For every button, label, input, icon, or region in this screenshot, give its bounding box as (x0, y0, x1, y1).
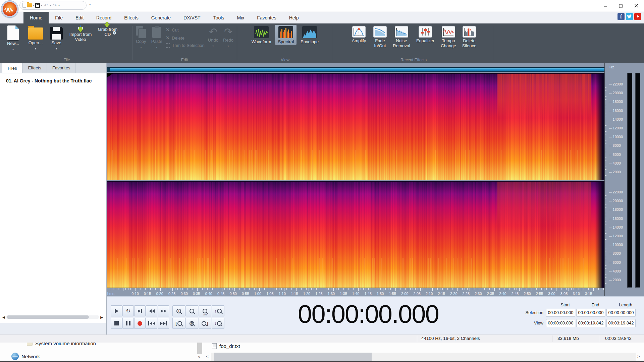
grab-from-cd-button[interactable]: Grab from CD (96, 25, 119, 37)
scroll-right-arrow-icon[interactable]: ▶ (99, 315, 104, 319)
quick-undo-icon[interactable]: ↶ (43, 3, 49, 8)
menu-tab-tools[interactable]: Tools (207, 12, 231, 23)
spectrogram-channel-left[interactable] (107, 73, 604, 180)
menu-tab-edit[interactable]: Edit (69, 12, 90, 23)
quick-undo-dropdown[interactable]: ▾ (50, 4, 51, 7)
trim-to-selection-button[interactable]: Trim to Selection (166, 43, 205, 48)
app-logo-icon[interactable] (1, 1, 18, 17)
view-start-field[interactable]: 00:00:00.000 (546, 319, 575, 327)
quick-redo-dropdown[interactable]: ▾ (58, 4, 60, 7)
quick-save-icon[interactable] (35, 3, 40, 8)
chevron-down-icon[interactable]: ˅ (198, 355, 201, 360)
menu-tab-favorites[interactable]: Favorites (251, 12, 283, 23)
menu-tab-dxvst[interactable]: DX/VST (177, 12, 207, 23)
play-button[interactable] (111, 305, 122, 316)
zoom-100-button[interactable]: 100 (199, 305, 211, 316)
chevron-left-icon[interactable]: < (206, 354, 209, 359)
undo-button[interactable]: ↶ Undo ▾ (207, 23, 220, 50)
menu-tab-file[interactable]: File (49, 12, 69, 23)
quick-new-icon[interactable] (22, 3, 26, 8)
zoom-in-button[interactable]: + (172, 305, 185, 316)
noise-removal-button[interactable]: Noise Removal (391, 26, 412, 48)
tree-item-network[interactable]: Network (11, 353, 40, 360)
new-dropdown-arrow[interactable]: ▾ (12, 47, 14, 52)
panel-tab-effects[interactable]: Effects (22, 63, 47, 73)
menu-tab-mix[interactable]: Mix (230, 12, 251, 23)
spectral-view-button[interactable]: Spectral (275, 25, 297, 45)
save-dropdown-arrow[interactable]: ▾ (56, 46, 57, 51)
file-list[interactable]: 01. Al Grey - Nothing but the Truth.flac… (0, 73, 106, 323)
menu-tab-home[interactable]: Home (23, 12, 49, 23)
minimize-button[interactable] (598, 0, 613, 11)
delete-silence-button[interactable]: Delete Silence (461, 26, 478, 48)
maximize-button[interactable] (613, 0, 629, 11)
zoom-vertical-out-button[interactable]: ↕ (212, 318, 224, 329)
go-to-end-button[interactable] (158, 318, 169, 329)
time-ruler[interactable]: hms 0:100:150:200:250:300:350:400:450:50… (107, 288, 604, 296)
customize-toolbar-icon[interactable]: ▾ (89, 3, 91, 6)
selection-length-field[interactable]: 00:00:00.000 (606, 309, 636, 317)
panel-tab-favorites[interactable]: Favorites (47, 63, 76, 73)
tree-item-system-volume[interactable]: System volume information (27, 343, 96, 346)
save-button[interactable]: Save ▾ (48, 25, 65, 51)
zoom-vertical-button[interactable]: ↕ (212, 305, 224, 316)
facebook-icon[interactable]: f (618, 13, 625, 20)
amplify-button[interactable]: Amplify (349, 26, 369, 48)
scroll-left-arrow-icon[interactable]: ◀ (1, 315, 6, 319)
delete-button[interactable]: ✕Delete (166, 35, 205, 41)
rewind-button[interactable] (146, 305, 157, 316)
quick-save-dropdown[interactable]: ▾ (41, 4, 42, 7)
file-list-item[interactable]: 01. Al Grey - Nothing but the Truth.flac (0, 73, 106, 83)
scrollbar-thumb[interactable] (7, 315, 89, 319)
record-button[interactable] (134, 318, 146, 329)
stop-button[interactable] (111, 318, 122, 329)
chevron-right-icon[interactable]: > (637, 354, 640, 359)
scrollbar-handle[interactable] (107, 68, 110, 71)
play-to-end-button[interactable] (134, 305, 146, 316)
zoom-out-button[interactable]: − (185, 305, 198, 316)
mini-vertical-scrollbar[interactable] (197, 343, 202, 354)
quick-redo-icon[interactable]: ↷ (52, 3, 57, 8)
twitter-icon[interactable] (626, 13, 633, 20)
pause-button[interactable] (122, 318, 134, 329)
zoom-selection-start-button[interactable]: [ (172, 318, 185, 329)
menu-tab-record[interactable]: Record (90, 12, 118, 23)
scrollbar-thumb[interactable] (214, 353, 372, 361)
horizontal-zoom-scrollbar[interactable] (107, 67, 604, 72)
menu-tab-effects[interactable]: Effects (118, 12, 145, 23)
zoom-selection-button[interactable]: ⊕ (185, 318, 198, 329)
copy-button[interactable]: Copy ▾ (134, 23, 148, 50)
file-list-horizontal-scrollbar[interactable]: ◀ ▶ (1, 314, 104, 320)
menu-tab-generate[interactable]: Generate (145, 12, 177, 23)
open-dropdown-arrow[interactable]: ▾ (35, 46, 36, 51)
quick-open-icon[interactable] (27, 3, 32, 7)
play-cursor-marker[interactable] (107, 73, 113, 78)
selection-end-field[interactable]: 00:00:00.000 (576, 309, 605, 317)
cut-button[interactable]: ✕Cut (166, 27, 205, 33)
spectrogram-channel-right[interactable] (107, 181, 604, 288)
file-item-foo-dr[interactable]: foo_dr.txt (212, 343, 240, 349)
equalizer-button[interactable]: Equalizer (414, 26, 436, 48)
zoom-selection-end-button[interactable]: ] (199, 318, 211, 329)
fade-in-out-button[interactable]: Fade In/Out (371, 26, 389, 48)
paste-button[interactable]: Paste ▾ (150, 23, 164, 50)
go-to-start-button[interactable] (146, 318, 157, 329)
tempo-change-button[interactable]: Tempo Change (439, 26, 458, 48)
open-button[interactable]: Open... ▾ (25, 25, 46, 51)
quick-open-dropdown[interactable]: ▾ (33, 4, 34, 7)
fast-forward-button[interactable] (158, 305, 169, 316)
redo-button[interactable]: ↷ Redo ▾ (222, 23, 235, 50)
selection-start-field[interactable]: 00:00:00.000 (546, 309, 575, 317)
horizontal-scrollbar-background[interactable] (211, 353, 636, 361)
menu-tab-help[interactable]: Help (283, 12, 305, 23)
close-button[interactable] (629, 0, 644, 11)
import-from-video-button[interactable]: Import from Video (66, 25, 95, 42)
loop-playback-button[interactable]: ↻ (122, 305, 134, 316)
youtube-icon[interactable] (634, 13, 641, 20)
view-end-field[interactable]: 00:03:19.842 (576, 319, 605, 327)
new-button[interactable]: New... ▾ (3, 25, 23, 52)
panel-tab-files[interactable]: Files (2, 63, 22, 73)
envelope-view-button[interactable]: Envelope (298, 25, 321, 45)
waveform-view-button[interactable]: Waveform (249, 25, 274, 45)
view-length-field[interactable]: 00:03:19.842 (606, 319, 636, 327)
